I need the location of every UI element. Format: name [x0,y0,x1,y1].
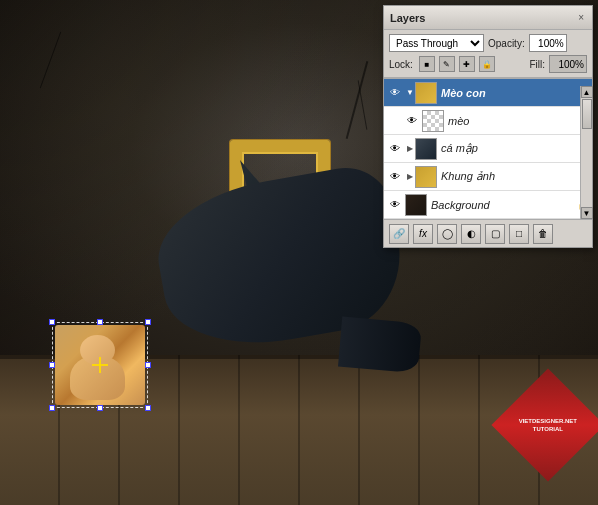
crack-3 [40,32,61,89]
layer-row-ca-map[interactable]: 👁 ▶ cá mập [384,135,592,163]
fx-button[interactable]: fx [413,224,433,244]
panel-close-button[interactable]: × [576,12,586,23]
new-layer-button[interactable]: □ [509,224,529,244]
handle-bottom-middle[interactable] [97,405,103,411]
layer-thumb-khung-anh [415,166,437,188]
link-layers-button[interactable]: 🔗 [389,224,409,244]
layers-list: 👁 ▼ Mèo con 👁 mèo 👁 ▶ cá mập 👁 [384,78,592,219]
add-mask-button[interactable]: ◯ [437,224,457,244]
scrollbar-down[interactable]: ▼ [581,207,593,219]
layer-name-ca-map: cá mập [441,142,589,155]
layer-row-khung-anh[interactable]: 👁 ▶ Khung ảnh [384,163,592,191]
handle-bottom-right[interactable] [145,405,151,411]
panel-title: Layers [390,12,425,24]
scrollbar-up[interactable]: ▲ [581,86,593,98]
layer-name-meo-con: Mèo con [441,87,589,99]
layer-thumb-ca-map [415,138,437,160]
layer-thumb-background [405,194,427,216]
lock-label: Lock: [389,59,413,70]
panel-titlebar: Layers × [384,6,592,30]
eye-icon-ca-map[interactable]: 👁 [387,141,403,157]
transform-center [92,357,108,373]
opacity-input[interactable]: 100% [529,34,567,52]
eye-icon-background[interactable]: 👁 [387,197,403,213]
handle-middle-right[interactable] [145,362,151,368]
new-group-button[interactable]: ▢ [485,224,505,244]
panel-scrollbar: ▲ ▼ [580,86,592,219]
lock-all-button[interactable]: 🔒 [479,56,495,72]
watermark-text: VIETDESIGNER.NET TUTORIAL [519,417,577,434]
scrollbar-track[interactable] [581,98,592,207]
blend-mode-select[interactable]: Pass Through [389,34,484,52]
layer-thumb-meo [422,110,444,132]
panel-toolbar: 🔗 fx ◯ ◐ ▢ □ 🗑 [384,219,592,247]
layers-panel: Layers × Pass Through Opacity: 100% Lock… [383,5,593,248]
lock-position-button[interactable]: ✚ [459,56,475,72]
layer-row-meo-con[interactable]: 👁 ▼ Mèo con [384,79,592,107]
layer-thumb-meo-con [415,82,437,104]
lock-pixels-button[interactable]: ■ [419,56,435,72]
scrollbar-thumb[interactable] [582,99,592,129]
fill-input[interactable]: 100% [549,55,587,73]
lock-image-button[interactable]: ✎ [439,56,455,72]
crack-2 [358,80,368,129]
expand-meo-con[interactable]: ▼ [405,88,415,98]
blend-opacity-row: Pass Through Opacity: 100% [389,34,587,52]
panel-title-group: Layers [390,12,425,24]
handle-top-right[interactable] [145,319,151,325]
opacity-label: Opacity: [488,38,525,49]
expand-khung-anh[interactable]: ▶ [405,172,415,182]
fill-label: Fill: [529,59,545,70]
expand-ca-map[interactable]: ▶ [405,144,415,154]
eye-icon-meo-con[interactable]: 👁 [387,85,403,101]
canvas-area: VIETDESIGNER.NET TUTORIAL Layers × Pass … [0,0,598,505]
layer-name-background: Background [431,199,575,211]
layer-name-khung-anh: Khung ảnh [441,170,589,183]
eye-icon-meo[interactable]: 👁 [404,113,420,129]
cat-layer [55,325,145,405]
handle-top-left[interactable] [49,319,55,325]
shark-mouth [338,317,422,374]
panel-controls: Pass Through Opacity: 100% Lock: ■ ✎ ✚ 🔒… [384,30,592,78]
shark-layer [160,160,420,380]
delete-layer-button[interactable]: 🗑 [533,224,553,244]
layer-name-meo: mèo [448,115,589,127]
layer-row-background[interactable]: 👁 Background 🔒 [384,191,592,219]
handle-bottom-left[interactable] [49,405,55,411]
layer-row-meo[interactable]: 👁 mèo [384,107,592,135]
lock-fill-row: Lock: ■ ✎ ✚ 🔒 Fill: 100% [389,55,587,73]
fill-adjustment-button[interactable]: ◐ [461,224,481,244]
eye-icon-khung-anh[interactable]: 👁 [387,169,403,185]
